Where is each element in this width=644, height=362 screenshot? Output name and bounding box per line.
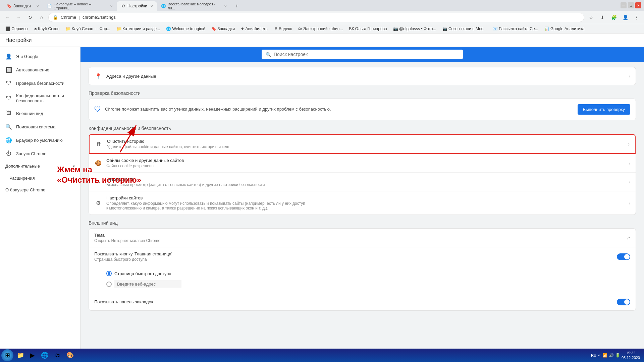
bookmark-season[interactable]: 📷 Сезон ткани в Мос... <box>440 26 489 32</box>
trash-icon: 🗑 <box>95 140 103 148</box>
home-button-item: Показывать кнопку 'Главная страница' Стр… <box>89 247 636 266</box>
reload-button[interactable]: ↻ <box>25 13 35 22</box>
sidebar-item-appearance[interactable]: 🖼 Внешний вид <box>0 107 80 120</box>
taskbar-media-player[interactable]: ▶ <box>28 349 38 361</box>
security-subtitle: Безопасный просмотр (защита от опасных с… <box>106 182 625 187</box>
tray-network-icon: 📶 <box>602 353 607 358</box>
radio-custom-url[interactable] <box>106 278 630 290</box>
main-content-area: 🔍 📍 Адреса и другие данные › Пр <box>80 47 644 362</box>
address-bar[interactable]: 🔒 Chrome | chrome://settings <box>48 13 584 22</box>
bookmarks-bar-toggle[interactable] <box>617 299 630 305</box>
bookmark-yandex[interactable]: Я Яндекс <box>272 26 294 32</box>
bookmark-mailing[interactable]: 📧 Рассылка сайта Се... <box>490 26 541 32</box>
download-button[interactable]: ⬇ <box>598 13 607 22</box>
taskbar-file-explorer[interactable]: 📁 <box>14 349 27 361</box>
tray-clock: 15:32 05.12.2020 <box>622 351 640 360</box>
new-tab-button[interactable]: + <box>232 1 241 11</box>
sidebar-label-autofill: Автозаполнение <box>16 67 75 72</box>
bookmark-club-sezon[interactable]: ♣ Клуб Сезон <box>32 26 62 32</box>
bookmark-avia[interactable]: ✈ Авиабилеты <box>238 26 271 32</box>
tab-bookmarks-close[interactable]: ✕ <box>36 4 39 8</box>
bookmark-categories[interactable]: 📁 Категории и разде... <box>114 26 163 32</box>
settings-search-input[interactable] <box>274 52 459 57</box>
tab-settings[interactable]: ⚙ Настройки ✕ <box>117 1 157 11</box>
sidebar-item-me-google[interactable]: 👤 Я и Google <box>0 50 80 63</box>
maximize-button[interactable]: □ <box>628 2 634 8</box>
tab-forum[interactable]: 📄 На форуме – новое! – Страниц... ✕ <box>43 1 117 11</box>
bookmark-insta1[interactable]: 📷 @olgalosss • Фото... <box>390 26 439 32</box>
menu-button[interactable]: ⋮ <box>632 13 641 22</box>
tab-bookmarks-favicon: 🔖 <box>7 4 11 8</box>
home-button-toggle[interactable] <box>617 253 630 260</box>
search-section: 🔍 <box>80 47 644 62</box>
sidebar-item-search[interactable]: 🔍 Поисковая система <box>0 120 80 133</box>
forward-button[interactable]: → <box>14 13 23 22</box>
close-button[interactable]: ✕ <box>635 2 641 8</box>
tray-date-value: 05.12.2020 <box>622 355 640 360</box>
clear-history-item[interactable]: 🗑 Очистить историю Удалить файлы cookie … <box>89 134 636 154</box>
tray-battery-icon: 🔋 <box>615 353 620 358</box>
tab-bookmarks[interactable]: 🔖 Закладки ✕ <box>3 1 43 11</box>
sidebar-item-startup[interactable]: ⏻ Запуск Chrome <box>0 147 80 160</box>
tray-time-value: 15:32 <box>622 351 640 355</box>
radio-quick-access[interactable]: Страница быстрого доступа <box>106 269 630 278</box>
secure-icon: 🔒 <box>53 15 58 20</box>
tab-settings-close[interactable]: ✕ <box>150 4 153 8</box>
back-button[interactable]: ← <box>3 13 12 22</box>
taskbar-windows-explorer[interactable]: 🗂 <box>52 349 63 361</box>
bookmarks-bar: ⬛ Сервисы ♣ Клуб Сезон 📁 Клуб Сезон → Фо… <box>0 24 644 34</box>
theme-item[interactable]: Тема Открыть Интернет-магазин Chrome ↗ <box>89 229 636 247</box>
taskbar-photoshop[interactable]: 🎨 <box>64 349 76 361</box>
theme-text: Тема Открыть Интернет-магазин Chrome <box>94 233 622 243</box>
tab-bookmarks-label: Закладки <box>13 4 31 8</box>
window-controls: — □ ✕ <box>621 2 641 8</box>
user-profile-button[interactable]: 👤 <box>621 13 630 22</box>
security-shield-icon: 🛡 <box>94 178 102 186</box>
radio-quick-access-circle <box>106 271 112 276</box>
bookmark-club-sezon-forum[interactable]: 📁 Клуб Сезон → Фор... <box>63 26 113 32</box>
home-button[interactable]: ⌂ <box>37 13 46 22</box>
extensions-button[interactable]: 🧩 <box>609 13 619 22</box>
radio-group: Страница быстрого доступа <box>89 266 636 293</box>
tab-article[interactable]: 🌐 Восстановление молодости ли... ✕ <box>157 1 231 11</box>
radio-quick-access-label: Страница быстрого доступа <box>114 271 171 276</box>
bookmark-olga[interactable]: ВК Ольга Гончарова <box>346 26 389 32</box>
settings-search-bar[interactable]: 🔍 <box>262 50 463 59</box>
home-button-subtitle: Страница быстрого доступа <box>94 257 613 262</box>
sidebar-label-security-check: Проверка безопасности <box>16 81 75 86</box>
sidebar-item-about[interactable]: О браузере Chrome <box>0 184 80 196</box>
sidebar-item-extensions[interactable]: Расширения ↗ <box>0 172 80 184</box>
start-button[interactable]: ⊞ <box>1 349 13 361</box>
sidebar-item-default-browser[interactable]: 🌐 Браузер по умолчанию <box>0 133 80 147</box>
bookmarks-bar-text: Показывать панель закладок <box>94 299 613 304</box>
tray-volume-icon: 🔊 <box>609 353 614 358</box>
sidebar-item-autofill[interactable]: 🔲 Автозаполнение <box>0 63 80 76</box>
custom-url-input[interactable] <box>114 280 181 288</box>
addresses-title: Адреса и другие данные <box>106 74 625 79</box>
bookmark-servisy[interactable]: ⬛ Сервисы <box>3 26 31 32</box>
sidebar-item-advanced[interactable]: Дополнительные ▾ <box>0 160 80 172</box>
tab-forum-close[interactable]: ✕ <box>110 4 113 8</box>
sidebar-item-security-check[interactable]: 🛡 Проверка безопасности <box>0 76 80 90</box>
bookmark-nginx[interactable]: 🌐 Welcome to nginx! <box>163 26 208 32</box>
appearance-section-title: Внешний вид <box>89 220 636 226</box>
sidebar-item-privacy[interactable]: 🛡 Конфиденциальность и безопасность <box>0 90 80 107</box>
tab-article-close[interactable]: ✕ <box>224 4 227 8</box>
run-check-button[interactable]: Выполнить проверку <box>578 104 630 115</box>
bookmark-cabinet[interactable]: 🗂 Электронний кабин... <box>296 26 346 32</box>
sidebar-label-default-browser: Браузер по умолчанию <box>16 138 75 143</box>
tabs-row: 🔖 Закладки ✕ 📄 На форуме – новое! – Стра… <box>3 0 241 11</box>
minimize-button[interactable]: — <box>621 2 627 8</box>
toolbar: ← → ↻ ⌂ 🔒 Chrome | chrome://settings ☆ ⬇… <box>0 11 644 24</box>
bookmark-page-button[interactable]: ☆ <box>586 13 596 22</box>
security-item[interactable]: 🛡 Безопасность Безопасный просмотр (защи… <box>89 173 636 191</box>
bookmark-bookmarks[interactable]: 🔖 Закладки <box>209 26 237 32</box>
bookmark-analytics[interactable]: 📊 Google Аналитика <box>542 26 587 32</box>
taskbar-chrome[interactable]: 🌐 <box>38 349 51 361</box>
site-settings-item[interactable]: ⚙ Настройки сайтов Определяет, какую инф… <box>89 191 636 215</box>
address-separator: | <box>79 15 80 20</box>
address-url: chrome://settings <box>83 15 116 20</box>
tab-forum-label: На форуме – новое! – Страниц... <box>54 2 108 10</box>
addresses-item[interactable]: 📍 Адреса и другие данные › <box>89 67 636 85</box>
cookies-item[interactable]: 🍪 Файлы cookie и другие данные сайтов Фа… <box>89 154 636 173</box>
